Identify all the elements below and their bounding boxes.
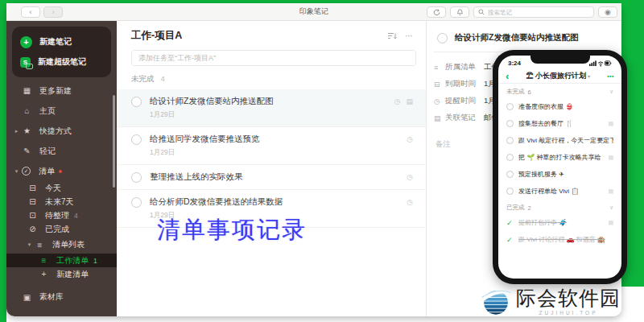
checkbox-icon[interactable]	[506, 103, 514, 110]
phone-section-todo[interactable]: 未完成 6 ∨	[506, 85, 613, 98]
calendar-icon: ⊟	[434, 80, 445, 89]
task-title: 给设计师Z发微信要站内推送配图	[150, 96, 386, 107]
history-buttons: ‹ ›	[21, 6, 63, 18]
section-count: 6	[528, 89, 531, 96]
checkbox-icon[interactable]	[506, 137, 514, 144]
chevron-down-icon: ∨	[609, 89, 613, 95]
sidebar-item-inbox[interactable]: ⊡ 待整理 4	[6, 208, 117, 222]
list-header: 工作-项目A ⋯	[117, 21, 426, 43]
checkbox-icon[interactable]	[506, 120, 514, 127]
watermark-name: 际会软件园	[516, 287, 621, 310]
sidebar-item-shortcuts[interactable]: ▸ ★ 快捷方式	[6, 121, 117, 141]
phone-task-row[interactable]: 把 🌱 种草的打卡攻略共享给 Vivi ▤	[506, 149, 613, 166]
checkbox-icon[interactable]	[506, 171, 514, 178]
calendar-icon: ⊟	[27, 197, 39, 206]
super-note-icon: S	[20, 57, 31, 68]
checkbox-icon[interactable]	[506, 154, 514, 161]
sidebar-item-list-group[interactable]: ▾ ≡ 清单列表	[6, 236, 117, 254]
check-icon[interactable]: ✓	[506, 219, 514, 227]
alarm-icon: ◷	[407, 198, 413, 206]
phone-nav-bar: ‹ ⛱ 小长假旅行计划▾ •••	[498, 68, 621, 83]
phone-notch	[530, 56, 590, 64]
tray-icon: ⊡	[27, 211, 39, 220]
note-icon: ▤	[608, 220, 613, 226]
new-super-note-button[interactable]: S 新建超级笔记	[20, 55, 103, 69]
sidebar-scrollbar[interactable]	[113, 95, 115, 188]
sidebar-item-new-list[interactable]: + 新建清单	[6, 267, 117, 281]
star-icon: ★	[21, 126, 33, 135]
section-count: 4	[161, 74, 165, 85]
sidebar-item-today[interactable]: ⊟ 今天	[6, 181, 117, 195]
sort-icon[interactable]	[388, 32, 397, 40]
phone-task-row[interactable]: 跟 Vivi 敲定行程，今天一定要定下来	[506, 132, 613, 149]
home-icon: ⌂	[21, 106, 33, 115]
phone-task-row[interactable]: 预定接机服务 ✈	[506, 166, 613, 183]
phone-section-done[interactable]: 已完成 2 ∨	[506, 201, 613, 214]
forward-button[interactable]: ›	[43, 6, 63, 18]
more-icon[interactable]: ⋯	[405, 31, 413, 40]
sidebar-item-all-notes[interactable]: ▤ 全部笔记	[6, 313, 117, 316]
note-icon: ▤	[608, 121, 613, 127]
task-date: 1月29日	[150, 148, 398, 158]
plus-icon: +	[38, 270, 50, 279]
list-icon: ≡	[434, 64, 445, 72]
new-super-note-label: 新建超级笔记	[38, 56, 86, 68]
caret-down-icon: ▾	[588, 74, 590, 79]
checkbox-icon[interactable]	[131, 97, 142, 107]
sidebar-item-quick-notes[interactable]: ✎ 轻记	[6, 141, 117, 161]
sidebar-item-library[interactable]: ▣ 素材库	[6, 287, 117, 307]
phone-task-row[interactable]: 搜集想去的餐厅 🍴 ▤	[506, 115, 613, 132]
sidebar-item-home[interactable]: ⌂ 主页	[6, 101, 117, 121]
checkbox-icon[interactable]	[131, 134, 142, 145]
checkbox-icon[interactable]	[131, 172, 142, 183]
task-row[interactable]: 给设计师Z发微信要站内推送配图 1月29日 ◷ ▤	[117, 89, 426, 127]
unread-dot	[59, 170, 62, 173]
add-task-box[interactable]	[131, 50, 416, 66]
list-icon: ≡	[38, 256, 50, 265]
pen-icon: ✎	[21, 147, 33, 155]
back-button[interactable]: ‹	[21, 6, 40, 18]
task-title: 给推送同学发微信要推送预览	[150, 134, 398, 145]
new-note-button[interactable]: + 新建笔记	[20, 35, 103, 49]
search-box[interactable]	[473, 6, 594, 18]
phone-task-row-done[interactable]: ✓ 跟 Vivi 讨论行程 🚗 和酒店 🏨	[506, 231, 613, 248]
more-menu-icon[interactable]: •••	[607, 73, 614, 79]
note-icon: ▤	[406, 97, 413, 105]
sync-button[interactable]	[427, 6, 446, 18]
section-header-todo[interactable]: 未完成 4	[117, 66, 426, 89]
titlebar: ‹ › 印象笔记 ◉	[6, 3, 621, 21]
overlay-caption: 清单事项记录	[157, 214, 307, 246]
done-circle-icon: ⊘	[27, 225, 39, 233]
task-row[interactable]: 整理推送上线的实际效果 ◷	[117, 165, 426, 190]
task-date: 1月29日	[150, 110, 386, 120]
task-title: 整理推送上线的实际效果	[150, 171, 398, 183]
checkbox-icon[interactable]	[131, 197, 142, 208]
checkbox-icon[interactable]	[506, 188, 514, 195]
add-task-input[interactable]	[138, 54, 409, 62]
check-icon[interactable]: ✓	[506, 236, 514, 244]
task-title: 给分析师D发微信要推送的结果数据	[150, 196, 398, 208]
search-input[interactable]	[488, 9, 589, 16]
phone-task-row[interactable]: 发送行程单给 Vivi 📋 ▤	[506, 183, 613, 200]
account-button[interactable]: ◉	[598, 6, 617, 18]
calendar-icon: ⊟	[27, 184, 39, 192]
note-icon: ▤	[608, 155, 613, 161]
green-frame-left	[0, 0, 6, 322]
count-badge: 1	[93, 257, 97, 265]
notifications-button[interactable]	[450, 6, 469, 18]
alarm-icon: ◷	[434, 97, 445, 105]
phone-mockup: 3:24 ‹ ⛱ 小长假旅行计划▾ ••• 未完成 6 ∨	[493, 50, 627, 284]
sync-icon	[433, 9, 440, 16]
sidebar-item-checklist[interactable]: ▾ ✓ 清单	[6, 161, 117, 181]
sidebar-item-next7days[interactable]: ⊟ 未来7天	[6, 195, 117, 208]
sidebar-item-more-new[interactable]: ▦ 更多新建	[6, 80, 117, 101]
phone-list-title[interactable]: ⛱ 小长假旅行计划▾	[509, 71, 607, 81]
checkbox-icon[interactable]	[437, 33, 448, 43]
sidebar-item-work-list[interactable]: ≡ 工作清单 1	[6, 254, 117, 267]
grid-icon: ▦	[21, 86, 33, 95]
phone-task-row-done[interactable]: ✓ 提前打包行李 🧳 ▤	[506, 214, 613, 231]
task-row[interactable]: 给推送同学发微信要推送预览 1月29日 ◷	[117, 127, 426, 165]
sidebar-item-completed[interactable]: ⊘ 已完成	[6, 222, 117, 236]
list-title: 工作-项目A	[131, 29, 182, 43]
phone-task-row[interactable]: 准备度假的衣服 👙	[506, 98, 613, 115]
